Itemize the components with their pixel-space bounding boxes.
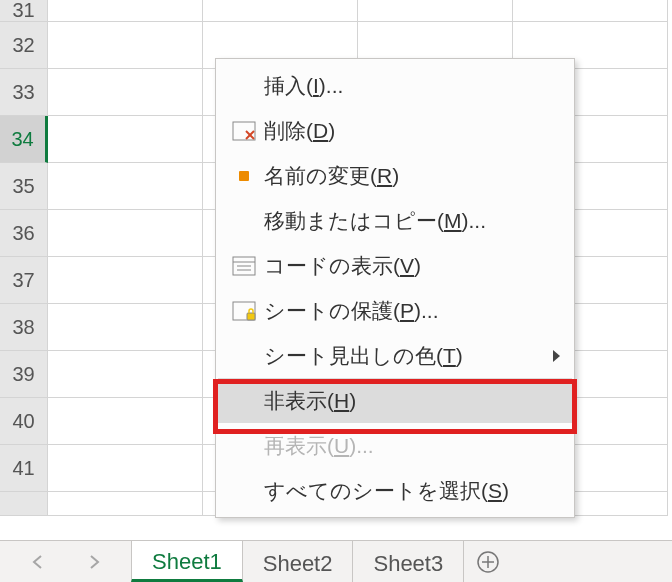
cell[interactable]	[48, 492, 203, 516]
cell[interactable]	[48, 0, 203, 22]
sheet-tab-bar: Sheet1 Sheet2 Sheet3	[0, 540, 672, 582]
row-header[interactable]	[0, 492, 48, 516]
cell[interactable]	[48, 304, 203, 351]
menu-move-copy[interactable]: 移動またはコピー(M)...	[218, 198, 572, 243]
sheet-tab[interactable]: Sheet2	[242, 541, 354, 582]
cell[interactable]	[48, 163, 203, 210]
row-header[interactable]: 31	[0, 0, 48, 22]
menu-label: 移動またはコピー(M)...	[264, 207, 560, 235]
row-header[interactable]: 35	[0, 163, 48, 210]
cell[interactable]	[48, 351, 203, 398]
protect-icon	[224, 301, 264, 321]
sheet-nav-next-icon[interactable]	[86, 553, 104, 571]
sheet-nav-prev-icon[interactable]	[28, 553, 46, 571]
menu-select-all-sheets[interactable]: すべてのシートを選択(S)	[218, 468, 572, 513]
menu-delete[interactable]: 削除(D)	[218, 108, 572, 153]
menu-label: 非表示(H)	[264, 387, 560, 415]
svg-rect-12	[247, 313, 255, 320]
cell[interactable]	[48, 398, 203, 445]
row-header[interactable]: 40	[0, 398, 48, 445]
add-sheet-button[interactable]	[464, 541, 512, 582]
code-icon	[224, 256, 264, 276]
menu-label: 削除(D)	[264, 117, 560, 145]
menu-label: シートの保護(P)...	[264, 297, 560, 325]
menu-view-code[interactable]: コードの表示(V)	[218, 243, 572, 288]
sheet-nav-arrows	[0, 541, 132, 582]
delete-icon	[224, 121, 264, 141]
cell[interactable]	[48, 210, 203, 257]
menu-hide[interactable]: 非表示(H)	[218, 378, 572, 423]
sheet-tab[interactable]: Sheet3	[352, 541, 464, 582]
menu-label: 名前の変更(R)	[264, 162, 560, 190]
cell[interactable]	[48, 69, 203, 116]
submenu-arrow-icon	[553, 350, 560, 362]
cell[interactable]	[48, 445, 203, 492]
sheet-tab[interactable]: Sheet1	[131, 541, 243, 582]
cell[interactable]	[358, 0, 513, 22]
row-header[interactable]: 41	[0, 445, 48, 492]
row-header[interactable]: 39	[0, 351, 48, 398]
cell[interactable]	[513, 0, 668, 22]
sheet-tab-context-menu: 挿入(I)... 削除(D) 名前の変更(R) 移動またはコピー(M)... コ…	[215, 58, 575, 518]
row-header[interactable]: 32	[0, 22, 48, 69]
menu-rename[interactable]: 名前の変更(R)	[218, 153, 572, 198]
row-header-selected[interactable]: 34	[0, 116, 48, 163]
row-header[interactable]: 36	[0, 210, 48, 257]
row-header[interactable]: 38	[0, 304, 48, 351]
menu-label: 再表示(U)...	[264, 432, 560, 460]
row-header[interactable]: 33	[0, 69, 48, 116]
menu-label: 挿入(I)...	[264, 72, 560, 100]
menu-insert[interactable]: 挿入(I)...	[218, 63, 572, 108]
cell[interactable]	[203, 0, 358, 22]
rename-icon	[224, 171, 264, 181]
cell[interactable]	[48, 116, 203, 163]
menu-unhide: 再表示(U)...	[218, 423, 572, 468]
menu-tab-color[interactable]: シート見出しの色(T)	[218, 333, 572, 378]
cell[interactable]	[48, 257, 203, 304]
cell[interactable]	[48, 22, 203, 69]
menu-label: コードの表示(V)	[264, 252, 560, 280]
menu-protect-sheet[interactable]: シートの保護(P)...	[218, 288, 572, 333]
plus-circle-icon	[476, 550, 500, 574]
row-header[interactable]: 37	[0, 257, 48, 304]
menu-label: シート見出しの色(T)	[264, 342, 553, 370]
menu-label: すべてのシートを選択(S)	[264, 477, 560, 505]
